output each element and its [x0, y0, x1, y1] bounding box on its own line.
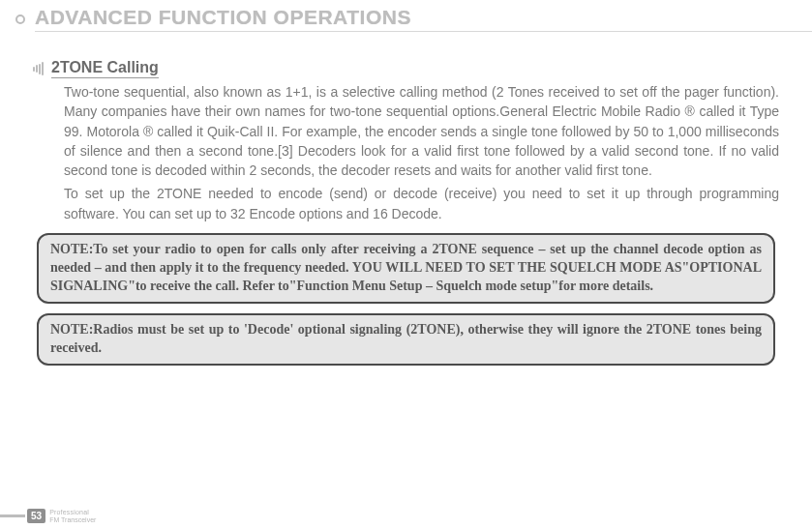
note-box-1: NOTE:To set your radio to open for calls… — [37, 233, 775, 304]
footer-text: Professional FM Transceiver — [49, 509, 96, 523]
footer-line-1: Professional — [49, 509, 96, 515]
wave-icon — [33, 62, 44, 75]
footer: 53 Professional FM Transceiver — [0, 509, 194, 523]
footer-bar — [0, 514, 25, 517]
section-para-2: To set up the 2TONE needed to encode (se… — [64, 184, 779, 223]
section-header: 2TONE Calling — [33, 59, 779, 78]
note-box-2: NOTE:Radios must be set up to 'Decode' o… — [37, 313, 775, 366]
section-title: 2TONE Calling — [51, 59, 159, 78]
bullet-icon — [15, 15, 25, 24]
section-2tone: 2TONE Calling Two-tone sequential, also … — [33, 59, 779, 366]
page-title: ADVANCED FUNCTION OPERATIONS — [35, 6, 812, 32]
footer-line-2: FM Transceiver — [49, 516, 96, 523]
page-title-row: ADVANCED FUNCTION OPERATIONS — [0, 0, 812, 32]
section-para-1: Two-tone sequential, also known as 1+1, … — [64, 82, 779, 180]
page-number: 53 — [27, 509, 45, 523]
